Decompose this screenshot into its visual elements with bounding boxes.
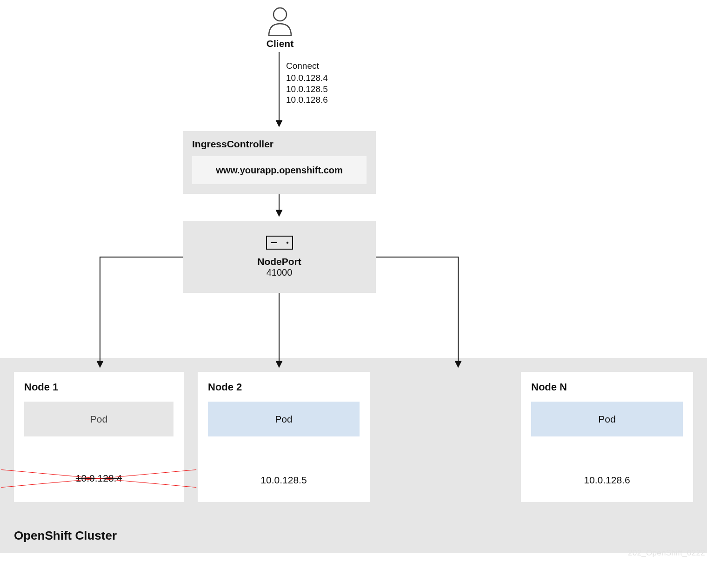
connect-text: Connect 10.0.128.4 10.0.128.5 10.0.128.6 xyxy=(286,60,328,106)
node-title: Node 1 xyxy=(24,381,173,393)
node-ip: 10.0.128.5 xyxy=(198,475,370,486)
node-title: Node 2 xyxy=(208,381,360,393)
openshift-cluster: Node 1 Pod 10.0.128.4 Node 2 Pod 10.0.12… xyxy=(0,358,707,553)
node-ip-text: 10.0.128.4 xyxy=(68,471,129,486)
cluster-title: OpenShift Cluster xyxy=(14,529,117,543)
pod-bar: Pod xyxy=(24,402,173,436)
server-icon xyxy=(266,236,293,251)
nodeport-box: NodePort 41000 xyxy=(183,221,376,293)
footer-code: 202_OpenShift_0222 xyxy=(628,548,705,558)
nodeport-title: NodePort xyxy=(257,256,301,267)
connect-ip: 10.0.128.5 xyxy=(286,84,328,95)
node-title: Node N xyxy=(531,381,683,393)
connect-ip: 10.0.128.6 xyxy=(286,94,328,106)
pod-bar: Pod xyxy=(208,402,360,436)
node-card-2: Node 2 Pod 10.0.128.5 xyxy=(198,372,370,502)
client-icon xyxy=(266,7,294,36)
connect-label: Connect xyxy=(286,60,328,72)
node-card-n: Node N Pod 10.0.128.6 xyxy=(521,372,693,502)
pod-bar: Pod xyxy=(531,402,683,436)
node-card-1: Node 1 Pod 10.0.128.4 xyxy=(14,372,184,502)
ingress-title: IngressController xyxy=(192,139,367,150)
nodeport-port: 41000 xyxy=(267,267,293,278)
node-ip-crossed: 10.0.128.4 xyxy=(14,471,184,486)
svg-point-0 xyxy=(273,8,287,21)
svg-rect-1 xyxy=(267,236,293,249)
client-label: Client xyxy=(257,38,303,49)
nodes-row: Node 1 Pod 10.0.128.4 Node 2 Pod 10.0.12… xyxy=(14,372,693,502)
svg-point-3 xyxy=(286,242,288,244)
ingress-controller-box: IngressController www.yourapp.openshift.… xyxy=(183,131,376,194)
ingress-url: www.yourapp.openshift.com xyxy=(192,156,367,184)
node-ip: 10.0.128.6 xyxy=(521,475,693,486)
connect-ip: 10.0.128.4 xyxy=(286,73,328,84)
